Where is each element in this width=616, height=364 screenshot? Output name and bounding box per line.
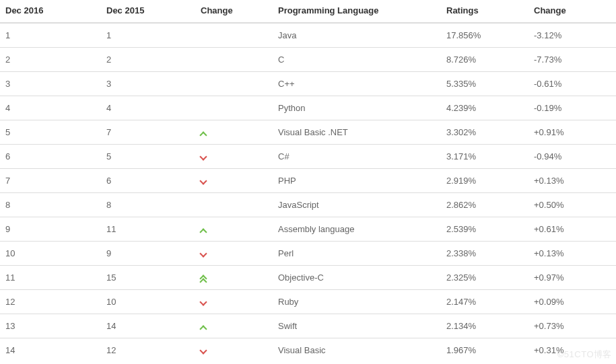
header-language: Programming Language	[273, 0, 441, 23]
cell-change: +0.13%	[528, 242, 616, 266]
cell-dec2015: 7	[101, 120, 195, 145]
table-row: 57Visual Basic .NET3.302%+0.91%	[0, 120, 616, 145]
cell-dec2015: 14	[101, 314, 195, 338]
cell-change: +0.61%	[528, 217, 616, 242]
chevron-down-icon	[201, 155, 207, 159]
cell-trend	[195, 120, 273, 145]
cell-trend	[195, 266, 273, 290]
table-row: 11Java17.856%-3.12%	[0, 23, 616, 48]
chevron-up-icon	[201, 325, 207, 329]
cell-dec2015: 9	[101, 242, 195, 266]
cell-trend	[195, 217, 273, 242]
cell-ratings: 4.239%	[441, 96, 528, 120]
cell-ratings: 5.335%	[441, 72, 528, 96]
cell-dec2015: 10	[101, 290, 195, 314]
cell-ratings: 17.856%	[441, 23, 528, 48]
cell-language: Visual Basic	[273, 338, 441, 363]
table-row: 44Python4.239%-0.19%	[0, 96, 616, 120]
cell-dec2016: 13	[0, 314, 101, 338]
cell-language: Assembly language	[273, 217, 441, 242]
cell-language: Objective-C	[273, 266, 441, 290]
cell-dec2016: 3	[0, 72, 101, 96]
cell-trend	[195, 290, 273, 314]
header-ratings: Ratings	[441, 0, 528, 23]
cell-ratings: 2.134%	[441, 314, 528, 338]
cell-dec2016: 11	[0, 266, 101, 290]
cell-language: PHP	[273, 169, 441, 193]
cell-dec2015: 6	[101, 169, 195, 193]
chevron-up-icon	[201, 131, 207, 135]
cell-change: +0.73%	[528, 314, 616, 338]
table-row: 1412Visual Basic1.967%+0.31%	[0, 338, 616, 363]
table-row: 22C8.726%-7.73%	[0, 48, 616, 72]
cell-dec2016: 6	[0, 145, 101, 169]
cell-language: Java	[273, 23, 441, 48]
chevron-down-icon	[201, 301, 207, 305]
cell-change: -0.94%	[528, 145, 616, 169]
cell-dec2016: 4	[0, 96, 101, 120]
cell-ratings: 3.302%	[441, 120, 528, 145]
cell-change: -0.61%	[528, 72, 616, 96]
chevron-down-icon	[201, 252, 207, 256]
cell-language: Python	[273, 96, 441, 120]
table-row: 911Assembly language2.539%+0.61%	[0, 217, 616, 242]
cell-language: C++	[273, 72, 441, 96]
chevron-down-icon	[201, 180, 207, 184]
cell-dec2015: 1	[101, 23, 195, 48]
cell-dec2015: 2	[101, 48, 195, 72]
cell-ratings: 2.862%	[441, 193, 528, 217]
chevron-up-icon	[201, 228, 207, 232]
cell-language: Visual Basic .NET	[273, 120, 441, 145]
cell-change: +0.50%	[528, 193, 616, 217]
cell-dec2016: 2	[0, 48, 101, 72]
cell-trend	[195, 145, 273, 169]
cell-dec2016: 12	[0, 290, 101, 314]
chevron-down-icon	[201, 349, 207, 353]
table-row: 1115Objective-C2.325%+0.97%	[0, 266, 616, 290]
table-row: 109Perl2.338%+0.13%	[0, 242, 616, 266]
cell-dec2016: 9	[0, 217, 101, 242]
table-row: 76PHP2.919%+0.13%	[0, 169, 616, 193]
cell-change: -0.19%	[528, 96, 616, 120]
cell-trend	[195, 193, 273, 217]
cell-dec2015: 5	[101, 145, 195, 169]
cell-change: +0.31%	[528, 338, 616, 363]
double-chevron-up-icon	[201, 275, 267, 282]
table-row: 33C++5.335%-0.61%	[0, 72, 616, 96]
cell-ratings: 3.171%	[441, 145, 528, 169]
ranking-table: Dec 2016 Dec 2015 Change Programming Lan…	[0, 0, 616, 362]
cell-ratings: 2.539%	[441, 217, 528, 242]
cell-ratings: 2.325%	[441, 266, 528, 290]
cell-dec2015: 4	[101, 96, 195, 120]
header-dec2015: Dec 2015	[101, 0, 195, 23]
cell-trend	[195, 338, 273, 363]
cell-dec2016: 5	[0, 120, 101, 145]
cell-language: C#	[273, 145, 441, 169]
cell-change: +0.97%	[528, 266, 616, 290]
cell-ratings: 2.338%	[441, 242, 528, 266]
cell-dec2015: 11	[101, 217, 195, 242]
cell-change: +0.09%	[528, 290, 616, 314]
cell-ratings: 2.147%	[441, 290, 528, 314]
table-row: 65C#3.171%-0.94%	[0, 145, 616, 169]
cell-change: -3.12%	[528, 23, 616, 48]
cell-trend	[195, 96, 273, 120]
cell-dec2015: 3	[101, 72, 195, 96]
cell-dec2015: 12	[101, 338, 195, 363]
table-row: 1314Swift2.134%+0.73%	[0, 314, 616, 338]
cell-ratings: 2.919%	[441, 169, 528, 193]
cell-change: +0.91%	[528, 120, 616, 145]
header-change-pct: Change	[528, 0, 616, 23]
cell-language: JavaScript	[273, 193, 441, 217]
cell-trend	[195, 169, 273, 193]
table-row: 88JavaScript2.862%+0.50%	[0, 193, 616, 217]
cell-dec2015: 8	[101, 193, 195, 217]
cell-trend	[195, 242, 273, 266]
cell-ratings: 8.726%	[441, 48, 528, 72]
cell-language: C	[273, 48, 441, 72]
table-row: 1210Ruby2.147%+0.09%	[0, 290, 616, 314]
cell-dec2015: 15	[101, 266, 195, 290]
cell-trend	[195, 48, 273, 72]
cell-dec2016: 10	[0, 242, 101, 266]
cell-language: Ruby	[273, 290, 441, 314]
